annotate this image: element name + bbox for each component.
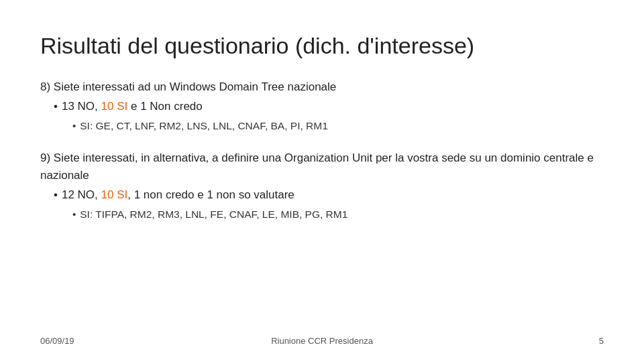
- section-9-bullet-1: 12 NO, 10 SI, 1 non credo e 1 non so val…: [54, 186, 604, 204]
- footer: 06/09/19 Riunione CCR Presidenza 5: [40, 336, 604, 346]
- section-9-suffix: , 1 non credo e 1 non so valutare: [127, 188, 294, 201]
- section-8-sub-bullet-1: SI: GE, CT, LNF, RM2, LNS, LNL, CNAF, BA…: [72, 118, 604, 134]
- section-8-suffix: e 1 Non credo: [127, 100, 203, 113]
- footer-title: Riunione CCR Presidenza: [271, 336, 373, 346]
- footer-page: 5: [599, 336, 604, 346]
- section-9-bullet-1-text: 12 NO, 10 SI, 1 non credo e 1 non so val…: [62, 186, 294, 204]
- section-9-prefix: 12 NO,: [62, 188, 101, 201]
- section-8-bullet-1: 13 NO, 10 SI e 1 Non credo: [54, 98, 604, 115]
- section-8-prefix: 13 NO,: [62, 100, 101, 113]
- section-9-sub-bullet-1: SI: TIFPA, RM2, RM3, LNL, FE, CNAF, LE, …: [72, 206, 604, 223]
- section-9-sub-bullet-1-text: SI: TIFPA, RM2, RM3, LNL, FE, CNAF, LE, …: [80, 206, 347, 222]
- section-8: 8) Siete interessati ad un Windows Domai…: [40, 78, 604, 134]
- footer-date: 06/09/19: [40, 336, 74, 346]
- section-8-highlight: 10 SI: [101, 100, 128, 113]
- section-8-sub-bullet-1-text: SI: GE, CT, LNF, RM2, LNS, LNL, CNAF, BA…: [80, 118, 328, 133]
- section-9-highlight: 10 SI: [101, 188, 128, 201]
- section-8-bullet-1-text: 13 NO, 10 SI e 1 Non credo: [62, 98, 203, 115]
- slide-title: Risultati del questionario (dich. d'inte…: [40, 32, 604, 60]
- section-9-heading: 9) Siete interessati, in alternativa, a …: [40, 149, 604, 184]
- slide: Risultati del questionario (dich. d'inte…: [0, 0, 644, 362]
- section-9: 9) Siete interessati, in alternativa, a …: [40, 149, 604, 222]
- section-8-heading: 8) Siete interessati ad un Windows Domai…: [40, 78, 604, 96]
